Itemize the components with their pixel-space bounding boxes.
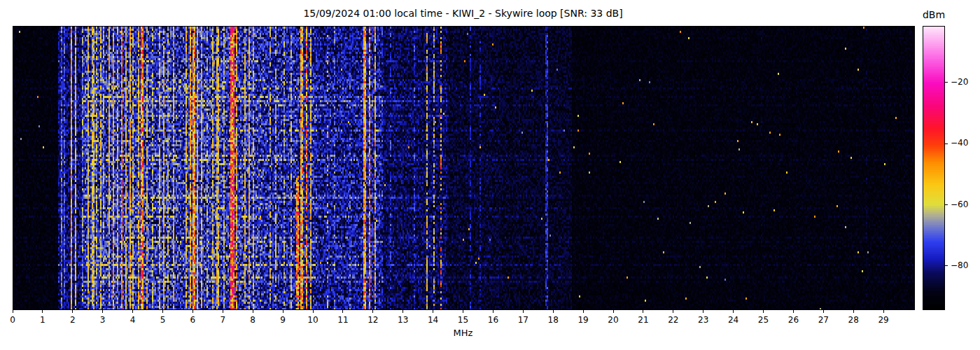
x-tick-mark xyxy=(253,310,253,313)
colorbar-gradient xyxy=(923,26,945,310)
x-tick-label: 25 xyxy=(758,315,769,325)
x-tick-label: 1 xyxy=(40,315,46,325)
x-tick-label: 13 xyxy=(398,315,408,325)
x-tick-label: 6 xyxy=(190,315,196,325)
x-tick-mark xyxy=(853,310,854,313)
x-tick-mark xyxy=(703,310,704,313)
x-tick-label: 16 xyxy=(488,315,498,325)
x-tick-mark xyxy=(13,310,13,313)
x-tick-mark xyxy=(643,310,643,313)
x-tick-label: 19 xyxy=(578,315,588,325)
x-tick-label: 18 xyxy=(548,315,559,325)
waterfall-heatmap xyxy=(13,26,915,310)
colorbar-tick-label: −80 xyxy=(951,260,968,270)
x-tick-label: 17 xyxy=(518,315,528,325)
x-tick-mark xyxy=(433,310,433,313)
colorbar-tick-mark xyxy=(945,204,948,205)
x-tick-mark xyxy=(313,310,314,313)
x-tick-label: 29 xyxy=(878,315,888,325)
x-tick-mark xyxy=(493,310,493,313)
x-tick-label: 15 xyxy=(458,315,468,325)
x-axis-label: MHz xyxy=(13,328,913,338)
x-tick-label: 11 xyxy=(337,315,348,325)
x-tick-mark xyxy=(763,310,764,313)
x-tick-mark xyxy=(132,310,133,313)
x-tick-label: 21 xyxy=(638,315,648,325)
x-tick-mark xyxy=(102,310,103,313)
x-tick-mark xyxy=(553,310,554,313)
x-tick-mark xyxy=(793,310,794,313)
colorbar-tick-label: −20 xyxy=(951,77,968,87)
x-tick-label: 4 xyxy=(130,315,136,325)
x-tick-label: 23 xyxy=(698,315,708,325)
colorbar-tick-mark xyxy=(945,265,948,266)
spectrogram-figure: 15/09/2024 01:00 local time - KIWI_2 - S… xyxy=(0,0,980,350)
x-tick-label: 14 xyxy=(428,315,438,325)
x-tick-mark xyxy=(523,310,524,313)
x-tick-mark xyxy=(42,310,43,313)
x-tick-label: 10 xyxy=(307,315,318,325)
x-tick-label: 22 xyxy=(668,315,678,325)
x-tick-label: 8 xyxy=(250,315,255,325)
x-tick-mark xyxy=(463,310,463,313)
x-tick-label: 7 xyxy=(220,315,225,325)
plot-title: 15/09/2024 01:00 local time - KIWI_2 - S… xyxy=(13,8,913,19)
x-tick-mark xyxy=(283,310,284,313)
x-tick-label: 27 xyxy=(818,315,829,325)
x-tick-label: 2 xyxy=(70,315,76,325)
x-tick-mark xyxy=(733,310,734,313)
x-tick-label: 20 xyxy=(608,315,618,325)
x-tick-mark xyxy=(583,310,584,313)
x-tick-label: 9 xyxy=(280,315,286,325)
x-tick-mark xyxy=(72,310,73,313)
x-tick-label: 5 xyxy=(160,315,166,325)
x-tick-mark xyxy=(342,310,343,313)
colorbar-unit-label: dBm xyxy=(916,9,952,20)
x-tick-label: 24 xyxy=(728,315,738,325)
x-tick-label: 3 xyxy=(100,315,106,325)
x-tick-mark xyxy=(372,310,373,313)
x-tick-mark xyxy=(192,310,193,313)
x-tick-label: 28 xyxy=(848,315,859,325)
x-tick-label: 0 xyxy=(10,315,15,325)
x-tick-mark xyxy=(613,310,614,313)
colorbar-tick-label: −40 xyxy=(951,138,968,148)
x-tick-label: 26 xyxy=(788,315,799,325)
x-tick-label: 12 xyxy=(368,315,378,325)
x-tick-mark xyxy=(883,310,884,313)
colorbar-tick-label: −60 xyxy=(951,200,968,209)
x-tick-mark xyxy=(402,310,403,313)
x-tick-mark xyxy=(823,310,824,313)
x-tick-mark xyxy=(223,310,223,313)
colorbar-tick-mark xyxy=(945,144,948,144)
x-tick-mark xyxy=(673,310,673,313)
x-tick-mark xyxy=(162,310,163,313)
colorbar-tick-mark xyxy=(945,82,948,83)
